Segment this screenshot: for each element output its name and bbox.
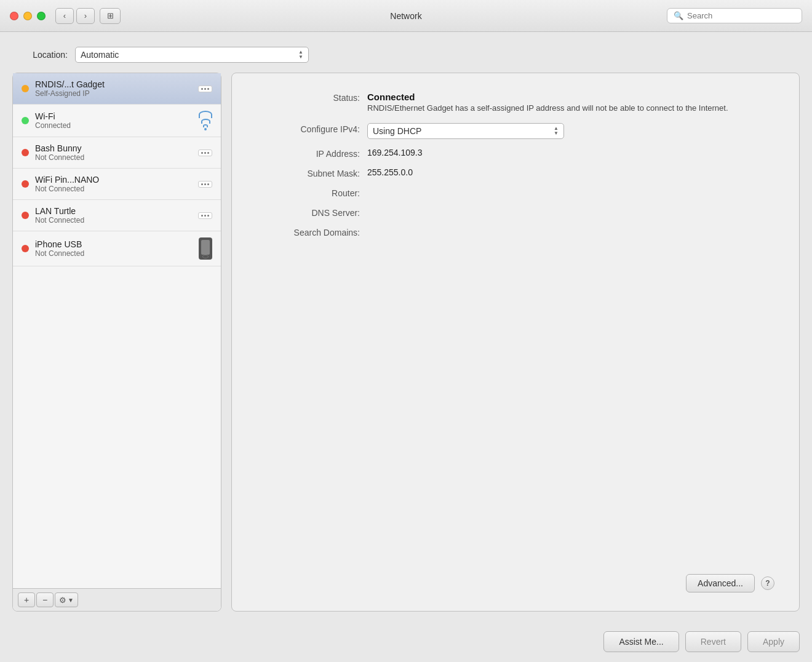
iphone-usb-icon: [199, 237, 212, 260]
wifi-icon-container: [199, 111, 212, 130]
detail-bottom: Advanced... ?: [257, 574, 774, 592]
search-domains-label: Search Domains:: [257, 226, 367, 237]
location-stepper[interactable]: ▲ ▼: [298, 50, 303, 60]
sidebar-item-status-rndis: Self-Assigned IP: [35, 89, 198, 98]
assist-me-button[interactable]: Assist Me...: [603, 631, 679, 652]
help-button[interactable]: ?: [761, 576, 774, 590]
sidebar-item-status-lan-turtle: Not Connected: [35, 216, 198, 225]
status-dot-iphone-usb: [22, 245, 29, 252]
iphone-device-icon: [199, 237, 212, 260]
search-box[interactable]: 🔍: [667, 8, 802, 23]
status-dot-rndis: [22, 85, 29, 92]
gear-menu-button[interactable]: ⚙ ▼: [55, 592, 78, 607]
status-label: Status:: [257, 92, 367, 103]
window-controls: [10, 12, 46, 20]
forward-button[interactable]: ›: [76, 8, 95, 24]
wifi-pineapple-icon: [198, 181, 212, 188]
location-select[interactable]: Automatic ▲ ▼: [75, 47, 309, 63]
stepper-down[interactable]: ▼: [298, 55, 303, 60]
sidebar-item-text-lan-turtle: LAN Turtle Not Connected: [35, 206, 198, 225]
sidebar-item-name-bash-bunny: Bash Bunny: [35, 143, 198, 153]
body-section: RNDIS/...t Gadget Self-Assigned IP: [12, 73, 800, 612]
sidebar-item-text-iphone-usb: iPhone USB Not Connected: [35, 239, 199, 258]
location-value: Automatic: [81, 50, 119, 60]
advanced-button[interactable]: Advanced...: [686, 574, 755, 592]
gear-icon: ⚙: [59, 596, 66, 605]
search-icon: 🔍: [674, 11, 683, 20]
back-button[interactable]: ‹: [55, 8, 74, 24]
location-row: Location: Automatic ▲ ▼: [12, 47, 800, 63]
status-dot-wifi: [22, 117, 29, 124]
window-title: Network: [390, 11, 421, 21]
status-dot-lan-turtle: [22, 212, 29, 219]
status-dot-bash-bunny: [22, 149, 29, 156]
status-value-container: Connected RNDIS/Ethernet Gadget has a se…: [367, 92, 774, 114]
sidebar: RNDIS/...t Gadget Self-Assigned IP: [12, 73, 221, 612]
ipv4-select[interactable]: Using DHCP ▲ ▼: [367, 123, 564, 139]
sidebar-item-status-wifi-pineapple: Not Connected: [35, 185, 198, 193]
sidebar-item-lan-turtle[interactable]: LAN Turtle Not Connected: [13, 200, 221, 231]
ipv4-stepper-down[interactable]: ▼: [554, 131, 559, 136]
close-button[interactable]: [10, 12, 18, 20]
location-label: Location:: [18, 50, 68, 60]
apply-button[interactable]: Apply: [747, 631, 800, 652]
sidebar-item-text-rndis: RNDIS/...t Gadget Self-Assigned IP: [35, 79, 198, 98]
ipv4-label: Configure IPv4:: [257, 123, 367, 134]
add-network-button[interactable]: +: [18, 592, 35, 607]
rndis-icon: [198, 86, 212, 92]
sidebar-item-status-bash-bunny: Not Connected: [35, 153, 198, 162]
sidebar-item-rndis[interactable]: RNDIS/...t Gadget Self-Assigned IP: [13, 73, 221, 105]
sidebar-item-bash-bunny[interactable]: Bash Bunny Not Connected: [13, 137, 221, 169]
ipv4-stepper[interactable]: ▲ ▼: [554, 126, 559, 136]
status-description: RNDIS/Ethernet Gadget has a self-assigne…: [367, 102, 774, 114]
sidebar-toolbar: + − ⚙ ▼: [13, 588, 221, 611]
sidebar-item-text-wifi: Wi-Fi Connected: [35, 111, 199, 130]
titlebar: ‹ › ⊞ Network 🔍: [0, 0, 812, 32]
ipv4-value: Using DHCP: [373, 126, 421, 136]
status-value: Connected: [367, 92, 774, 102]
minimize-button[interactable]: [23, 12, 32, 20]
maximize-button[interactable]: [37, 12, 46, 20]
detail-panel: Status: Connected RNDIS/Ethernet Gadget …: [231, 73, 800, 612]
search-input[interactable]: [687, 11, 795, 20]
router-label: Router:: [257, 187, 367, 198]
detail-grid: Status: Connected RNDIS/Ethernet Gadget …: [257, 92, 774, 237]
sidebar-item-status-wifi: Connected: [35, 121, 199, 130]
main-content: Location: Automatic ▲ ▼ RNDIS/...t Gadge…: [0, 32, 812, 624]
revert-button[interactable]: Revert: [685, 631, 741, 652]
remove-network-button[interactable]: −: [36, 592, 54, 607]
subnet-mask-value: 255.255.0.0: [367, 167, 774, 177]
sidebar-item-name-wifi: Wi-Fi: [35, 111, 199, 121]
nav-buttons: ‹ ›: [55, 8, 95, 24]
sidebar-item-iphone-usb[interactable]: iPhone USB Not Connected: [13, 231, 221, 266]
ip-address-value: 169.254.109.3: [367, 148, 774, 158]
grid-button[interactable]: ⊞: [100, 8, 121, 24]
sidebar-item-name-rndis: RNDIS/...t Gadget: [35, 79, 198, 89]
subnet-mask-label: Subnet Mask:: [257, 167, 367, 178]
sidebar-item-text-wifi-pineapple: WiFi Pin...NANO Not Connected: [35, 175, 198, 193]
ip-address-label: IP Address:: [257, 148, 367, 159]
lan-turtle-icon: [198, 212, 212, 219]
bottom-bar: Assist Me... Revert Apply: [0, 624, 812, 662]
detail-spacer: [257, 237, 774, 565]
gear-chevron-icon: ▼: [68, 597, 74, 604]
wifi-icon: [199, 111, 212, 130]
sidebar-list: RNDIS/...t Gadget Self-Assigned IP: [13, 73, 221, 588]
sidebar-item-wifi[interactable]: Wi-Fi Connected: [13, 105, 221, 137]
sidebar-item-text-bash-bunny: Bash Bunny Not Connected: [35, 143, 198, 162]
sidebar-item-name-wifi-pineapple: WiFi Pin...NANO: [35, 175, 198, 185]
sidebar-item-name-lan-turtle: LAN Turtle: [35, 206, 198, 216]
sidebar-item-name-iphone-usb: iPhone USB: [35, 239, 199, 249]
sidebar-item-status-iphone-usb: Not Connected: [35, 249, 199, 258]
bash-bunny-icon: [198, 150, 212, 156]
dns-server-label: DNS Server:: [257, 207, 367, 218]
sidebar-item-wifi-pineapple[interactable]: WiFi Pin...NANO Not Connected: [13, 169, 221, 200]
status-dot-wifi-pineapple: [22, 180, 29, 188]
